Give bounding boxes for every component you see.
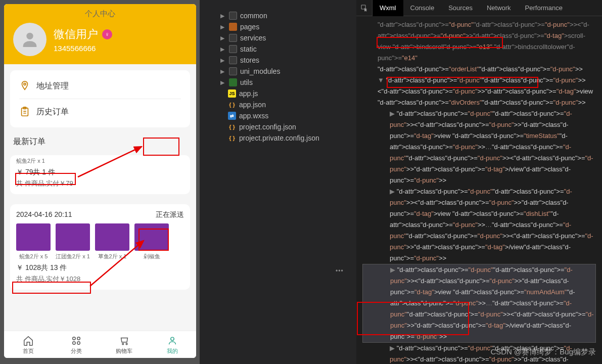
pin-icon [19,80,30,92]
svg-line-11 [78,147,142,177]
folder-icon [229,45,237,53]
cart-icon [119,335,130,346]
dom-tree[interactable]: "d-attr">class"d-punc">="d-punc""d-attr"… [356,16,602,364]
folder-static[interactable]: ▶static [204,43,352,55]
svg-point-1 [24,83,26,85]
chevron-right-icon: ▶ [219,79,226,86]
folder-stores[interactable]: ▶stores [204,55,352,66]
dish-item: 鲩鱼2斤 x 5 [16,223,51,260]
latest-orders-title: 最新订单 [13,136,45,147]
menu-history-label: 历史订单 [36,107,69,117]
mobile-header: 个人中心 微信用户 ♀ 1345566666 [4,4,196,64]
gender-badge: ♀ [102,29,112,39]
file-icon: JS [228,89,236,98]
devtools-tab-wxml[interactable]: Wxml [373,0,403,16]
tab-category[interactable]: 分类 [52,331,100,358]
folder-icon [229,23,237,31]
dom-node[interactable]: ▼ "d-attr">class"d-punc">="d-punc""d-att… [362,75,596,108]
devtools-panel: WxmlConsoleSourcesNetworkPerformance "d-… [356,0,602,364]
order2-time: 2024-04-16 20:11 [16,210,72,219]
chevron-right-icon: ▶ [219,24,226,30]
order1-result: 共 件商品,实付￥79 [16,179,184,188]
file-app.wxss[interactable]: ⇄app.wxss [204,110,352,121]
chevron-right-icon: ▶ [219,35,226,41]
chevron-right-icon: ▶ [219,46,226,53]
svg-point-0 [26,33,33,39]
file-icon: { } [228,123,236,131]
file-project.private.config.json[interactable]: { }project.private.config.json [204,132,352,144]
chevron-right-icon: ▶ [219,13,226,19]
user-phone: 1345566666 [54,44,112,53]
svg-point-6 [72,342,75,345]
svg-point-10 [170,337,173,340]
person-icon [20,29,40,50]
folder-icon [229,78,237,86]
grid-icon [71,335,82,346]
folder-services[interactable]: ▶services [204,32,352,43]
home-icon [23,335,34,346]
page-title: 个人中心 [4,9,196,23]
cursor-icon [360,4,368,12]
dish-item: 江团鱼2斤 x 1 [56,223,90,260]
file-icon: { } [228,101,236,109]
folder-icon [229,34,237,42]
chevron-right-icon: ▶ [219,57,226,64]
dish-image [16,223,51,251]
devtools-tabs: WxmlConsoleSourcesNetworkPerformance [356,0,602,16]
file-app.js[interactable]: JSapp.js [204,88,352,99]
file-icon: ⇄ [228,112,236,120]
svg-point-5 [77,337,80,340]
tabbar: 首页 分类 购物车 我的 [4,331,196,358]
tab-cart[interactable]: 购物车 [100,331,148,358]
watermark: CSDN @赛博绮梦：Bug编梦录 [490,347,596,357]
menu-address-label: 地址管理 [36,81,69,92]
svg-point-9 [126,343,127,345]
devtools-tab-performance[interactable]: Performance [518,0,570,16]
menu-card: 地址管理 历史订单 [10,70,190,127]
folder-common[interactable]: ▶common [204,10,352,21]
dish-label: 鲩鱼2斤 x 5 [19,253,48,260]
username: 微信用户 [54,27,98,42]
annotation-arrow [88,236,149,290]
chevron-right-icon: ▶ [219,68,226,75]
devtools-tab-sources[interactable]: Sources [441,0,480,16]
folder-icon [229,67,237,75]
folder-utils[interactable]: ▶utils [204,77,352,88]
person-icon [167,335,178,346]
devtools-tab-console[interactable]: Console [403,0,442,16]
folder-icon [229,56,237,64]
tab-home[interactable]: 首页 [4,331,52,358]
menu-address[interactable]: 地址管理 [19,73,181,99]
file-project.config.json[interactable]: { }project.config.json [204,121,352,132]
mobile-preview-panel: 个人中心 微信用户 ♀ 1345566666 地址管理 [0,0,200,364]
svg-line-12 [90,241,144,286]
dom-node[interactable]: ▶ "d-attr">class"d-punc">="d-punc""d-att… [362,186,596,264]
tab-mine[interactable]: 我的 [148,331,196,358]
svg-point-8 [122,343,123,345]
folder-icon [229,12,237,20]
svg-point-4 [72,337,75,340]
clipboard-icon [19,106,30,117]
svg-point-7 [77,342,80,345]
file-app.json[interactable]: { }app.json [204,99,352,110]
dom-node[interactable]: ▶ "d-attr">class"d-punc">="d-punc""d-att… [362,108,596,186]
dish-image [56,223,90,251]
dish-label: 鲩鱼2斤 x 1 [16,157,45,165]
folder-pages[interactable]: ▶pages [204,21,352,32]
menu-history[interactable]: 历史订单 [19,99,181,124]
dish-label: 江团鱼2斤 x 1 [56,253,90,260]
avatar[interactable] [13,23,47,56]
order2-status: 正在派送 [156,210,184,219]
dom-node-selected[interactable]: •••▶ "d-attr">class"d-punc">="d-punc""d-… [362,264,596,343]
file-icon: { } [228,134,236,142]
inspect-button[interactable] [356,0,373,16]
annotation-arrow [76,142,146,180]
folder-uni_modules[interactable]: ▶uni_modules [204,66,352,77]
file-tree-panel: ▶common▶pages▶services▶static▶stores▶uni… [200,0,356,364]
devtools-tab-network[interactable]: Network [480,0,518,16]
